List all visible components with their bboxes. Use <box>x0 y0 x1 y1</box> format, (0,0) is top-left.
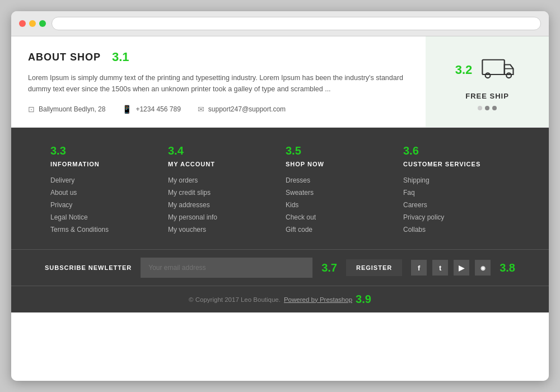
footer-col-information-header: 3.3 INFORMATION <box>50 144 157 169</box>
link-dresses[interactable]: Dresses <box>286 176 392 184</box>
newsletter-label: SUBSCRIBE NEWLETTER <box>45 264 132 271</box>
youtube-icon[interactable]: ▶ <box>454 260 469 276</box>
svg-point-2 <box>507 73 512 78</box>
about-header: ABOUT SHOP 3.1 <box>28 50 409 64</box>
social-icons: f t ▶ ◉ 3.8 <box>411 260 515 276</box>
about-main: ABOUT SHOP 3.1 Lorem Ipsum is simply dum… <box>11 36 426 127</box>
newsletter-email-input[interactable] <box>141 258 312 278</box>
close-button[interactable] <box>19 20 26 27</box>
copyright-bar: © Copyright 2017 Leo Boutique. Powered b… <box>11 286 549 312</box>
link-privacy-policy[interactable]: Privacy policy <box>403 213 510 221</box>
dot-2 <box>485 106 489 110</box>
copyright-text: © Copyright 2017 Leo Boutique. <box>189 296 281 303</box>
footer-col-myaccount: 3.4 MY ACCOUNT My orders My credit slips… <box>162 144 280 238</box>
customerservices-section-num: 3.6 <box>403 144 510 157</box>
link-collabs[interactable]: Collabs <box>403 226 510 234</box>
maximize-button[interactable] <box>39 20 46 27</box>
link-my-credit-slips[interactable]: My credit slips <box>168 189 274 197</box>
traffic-lights <box>19 20 46 27</box>
link-faq[interactable]: Faq <box>403 189 510 197</box>
newsletter-bar: SUBSCRIBE NEWLETTER 3.7 REGISTER f t ▶ ◉… <box>11 249 549 286</box>
address-bar[interactable] <box>52 17 541 30</box>
about-section-num: 3.1 <box>112 50 129 64</box>
promo-label: FREE SHIP <box>465 92 509 100</box>
link-my-addresses[interactable]: My addresses <box>168 201 274 209</box>
email-icon: ✉ <box>198 105 204 114</box>
footer-col-shopnow: 3.5 SHOP NOW Dresses Sweaters Kids Check… <box>280 144 398 238</box>
link-careers[interactable]: Careers <box>403 201 510 209</box>
dot-1 <box>478 106 482 110</box>
svg-point-1 <box>486 73 491 78</box>
email-text: support247@support.com <box>208 105 286 113</box>
link-about-us[interactable]: About us <box>50 189 157 197</box>
contact-address: ⊡ Ballymuont Bedlyn, 28 <box>28 105 105 114</box>
browser-window: ABOUT SHOP 3.1 Lorem Ipsum is simply dum… <box>11 11 549 381</box>
about-description: Lorem Ipsum is simply dummy text of the … <box>28 72 409 95</box>
footer-col-information: 3.3 INFORMATION Delivery About us Privac… <box>45 144 162 238</box>
address-text: Ballymuont Bedlyn, 28 <box>39 105 105 113</box>
link-sweaters[interactable]: Sweaters <box>286 189 392 197</box>
footer-col-customerservices: 3.6 CUSTOMER SERVICES Shipping Faq Caree… <box>398 144 515 238</box>
link-my-vouchers[interactable]: My vouchers <box>168 226 274 234</box>
promo-box: 3.2 FREE SHIP <box>426 36 549 127</box>
link-gift-code[interactable]: Gift code <box>286 226 392 234</box>
customerservices-title: CUSTOMER SERVICES <box>403 161 480 167</box>
shopnow-title: SHOP NOW <box>286 161 324 167</box>
shopnow-section-num: 3.5 <box>286 144 392 157</box>
link-my-orders[interactable]: My orders <box>168 176 274 184</box>
promo-icon-area: 3.2 <box>455 53 520 86</box>
link-shipping[interactable]: Shipping <box>403 176 510 184</box>
myaccount-section-num: 3.4 <box>168 144 274 157</box>
dot-3 <box>492 106 497 110</box>
link-terms-conditions[interactable]: Terms & Conditions <box>50 226 157 234</box>
footer-col-shopnow-header: 3.5 SHOP NOW <box>286 144 392 169</box>
social-section-num: 3.8 <box>500 262 515 274</box>
about-section: ABOUT SHOP 3.1 Lorem Ipsum is simply dum… <box>11 36 549 128</box>
svg-rect-0 <box>483 60 505 74</box>
link-checkout[interactable]: Check out <box>286 213 392 221</box>
link-legal-notice[interactable]: Legal Notice <box>50 213 157 221</box>
newsletter-section-num: 3.7 <box>321 262 337 274</box>
browser-chrome <box>11 11 549 36</box>
register-button[interactable]: REGISTER <box>346 259 402 276</box>
location-icon: ⊡ <box>28 105 35 114</box>
footer: 3.3 INFORMATION Delivery About us Privac… <box>11 128 549 312</box>
instagram-icon[interactable]: ◉ <box>475 260 491 276</box>
phone-icon: 📱 <box>122 105 132 114</box>
promo-dots <box>478 106 497 110</box>
contact-email: ✉ support247@support.com <box>198 105 286 114</box>
browser-content: ABOUT SHOP 3.1 Lorem Ipsum is simply dum… <box>11 36 549 381</box>
footer-col-myaccount-header: 3.4 MY ACCOUNT <box>168 144 274 169</box>
link-delivery[interactable]: Delivery <box>50 176 157 184</box>
link-privacy[interactable]: Privacy <box>50 201 157 209</box>
phone-text: +1234 456 789 <box>136 105 180 113</box>
facebook-icon[interactable]: f <box>411 260 427 276</box>
minimize-button[interactable] <box>29 20 36 27</box>
powered-by-link[interactable]: Powered by Prestashop <box>284 296 352 303</box>
about-title: ABOUT SHOP <box>28 52 101 63</box>
truck-icon <box>480 53 519 86</box>
information-section-num: 3.3 <box>50 144 157 157</box>
promo-section-num: 3.2 <box>455 63 473 77</box>
copyright-section-num: 3.9 <box>356 293 371 306</box>
information-title: INFORMATION <box>50 161 100 167</box>
link-kids[interactable]: Kids <box>286 201 392 209</box>
myaccount-title: MY ACCOUNT <box>168 161 215 167</box>
twitter-icon[interactable]: t <box>432 260 448 276</box>
footer-columns: 3.3 INFORMATION Delivery About us Privac… <box>11 128 549 249</box>
footer-col-customerservices-header: 3.6 CUSTOMER SERVICES <box>403 144 510 169</box>
link-my-personal-info[interactable]: My personal info <box>168 213 274 221</box>
contact-phone: 📱 +1234 456 789 <box>122 105 180 114</box>
about-contact: ⊡ Ballymuont Bedlyn, 28 📱 +1234 456 789 … <box>28 105 409 114</box>
